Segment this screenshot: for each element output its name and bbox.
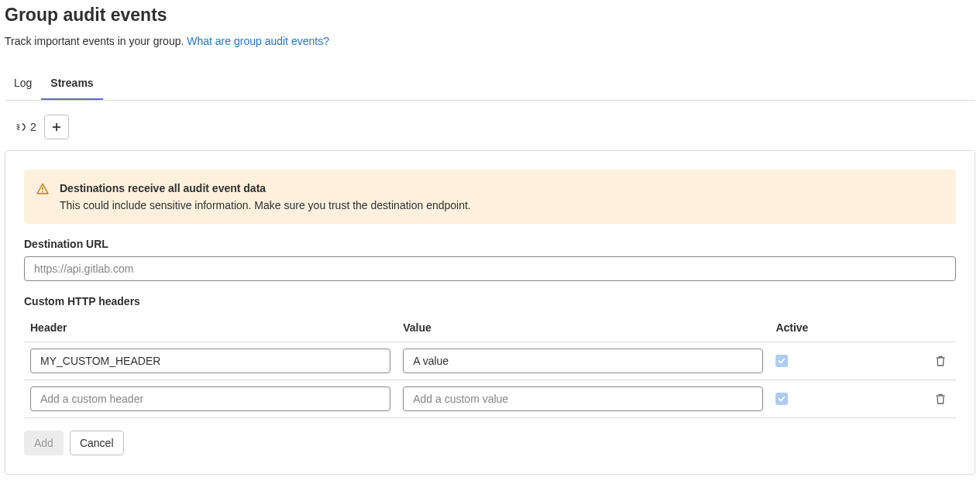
svg-rect-1: [53, 126, 61, 128]
add-stream-button[interactable]: [44, 115, 69, 139]
trash-icon: [934, 355, 947, 367]
tab-log[interactable]: Log: [5, 69, 41, 100]
help-link[interactable]: What are group audit events?: [187, 35, 329, 47]
active-checkbox[interactable]: [775, 393, 788, 405]
table-row: [24, 380, 956, 418]
destination-url-label: Destination URL: [24, 238, 956, 250]
header-input[interactable]: [30, 349, 390, 373]
header-input[interactable]: [30, 386, 390, 411]
stream-toolbar: 2: [5, 101, 975, 150]
custom-headers-label: Custom HTTP headers: [24, 295, 956, 307]
cancel-button[interactable]: Cancel: [70, 431, 124, 455]
add-button[interactable]: Add: [24, 431, 64, 455]
trash-icon: [934, 393, 947, 405]
col-active: Active: [769, 314, 925, 342]
page-subtitle: Track important events in your group. Wh…: [5, 35, 975, 47]
col-header: Header: [24, 314, 397, 342]
warning-alert: Destinations receive all audit event dat…: [24, 170, 956, 224]
form-actions: Add Cancel: [24, 431, 956, 455]
stream-count: 2: [15, 121, 36, 133]
alert-title: Destinations receive all audit event dat…: [60, 182, 471, 194]
svg-point-3: [42, 191, 43, 193]
stream-panel: Destinations receive all audit event dat…: [5, 150, 975, 475]
value-input[interactable]: [403, 349, 763, 373]
active-checkbox[interactable]: [775, 355, 788, 367]
tab-streams[interactable]: Streams: [41, 69, 102, 100]
alert-body: This could include sensitive information…: [60, 199, 471, 211]
destination-url-input[interactable]: [24, 256, 956, 281]
tabs: Log Streams: [5, 69, 975, 101]
check-icon: [778, 357, 786, 365]
delete-header-button[interactable]: [931, 390, 950, 408]
value-input[interactable]: [403, 386, 763, 411]
plus-icon: [51, 122, 62, 132]
page-title: Group audit events: [5, 5, 975, 26]
col-value: Value: [397, 314, 769, 342]
svg-rect-2: [42, 187, 43, 191]
stream-icon: [15, 122, 26, 132]
table-row: [24, 342, 956, 380]
headers-table: Header Value Active: [24, 314, 956, 418]
warning-icon: [36, 183, 49, 211]
delete-header-button[interactable]: [931, 352, 950, 370]
check-icon: [778, 395, 786, 403]
